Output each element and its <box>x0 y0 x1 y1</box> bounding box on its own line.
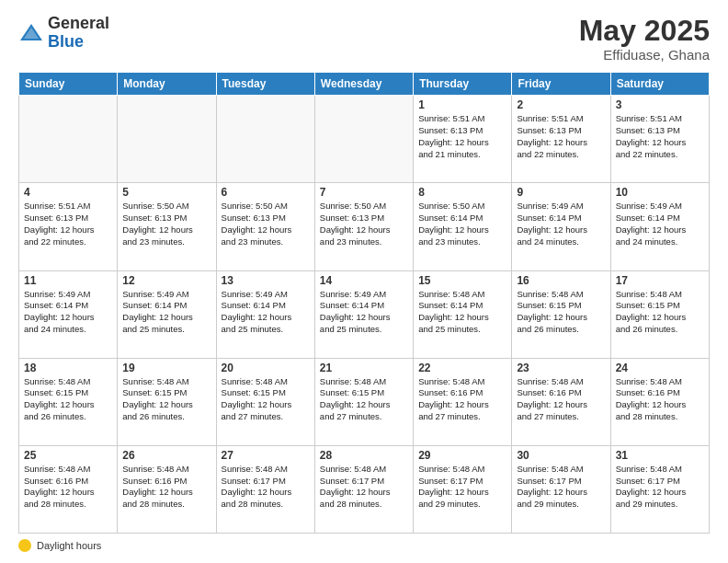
day-number: 27 <box>222 449 310 462</box>
footer: Daylight hours <box>18 539 710 552</box>
day-header-thursday: Thursday <box>414 73 512 96</box>
cell-info: Sunrise: 5:48 AM Sunset: 6:16 PM Dayligh… <box>517 376 605 423</box>
cell-info: Sunrise: 5:51 AM Sunset: 6:13 PM Dayligh… <box>24 201 112 247</box>
cell-info: Sunrise: 5:48 AM Sunset: 6:16 PM Dayligh… <box>122 464 210 511</box>
cell-info: Sunrise: 5:49 AM Sunset: 6:14 PM Dayligh… <box>320 289 408 336</box>
calendar-cell: 30Sunrise: 5:48 AM Sunset: 6:17 PM Dayli… <box>512 445 610 533</box>
calendar-cell: 8Sunrise: 5:50 AM Sunset: 6:14 PM Daylig… <box>414 183 512 270</box>
cell-info: Sunrise: 5:48 AM Sunset: 6:17 PM Dayligh… <box>616 464 704 511</box>
cell-info: Sunrise: 5:50 AM Sunset: 6:13 PM Dayligh… <box>320 201 408 247</box>
cell-info: Sunrise: 5:48 AM Sunset: 6:15 PM Dayligh… <box>616 289 704 336</box>
day-number: 16 <box>517 274 605 287</box>
day-number: 4 <box>24 186 112 199</box>
logo-general: General <box>48 14 109 32</box>
cell-info: Sunrise: 5:48 AM Sunset: 6:15 PM Dayligh… <box>320 376 408 423</box>
day-number: 17 <box>616 274 704 287</box>
cell-info: Sunrise: 5:48 AM Sunset: 6:14 PM Dayligh… <box>418 289 506 336</box>
day-number: 2 <box>517 98 605 111</box>
calendar: SundayMondayTuesdayWednesdayThursdayFrid… <box>18 72 710 534</box>
week-row-1: 1Sunrise: 5:51 AM Sunset: 6:13 PM Daylig… <box>19 96 710 183</box>
calendar-cell: 25Sunrise: 5:48 AM Sunset: 6:16 PM Dayli… <box>19 445 118 533</box>
calendar-cell <box>314 96 413 183</box>
day-number: 6 <box>222 186 310 199</box>
day-number: 11 <box>24 274 112 287</box>
day-number: 25 <box>24 449 112 462</box>
day-header-sunday: Sunday <box>19 73 118 96</box>
calendar-cell: 14Sunrise: 5:49 AM Sunset: 6:14 PM Dayli… <box>314 270 413 358</box>
calendar-cell: 29Sunrise: 5:48 AM Sunset: 6:17 PM Dayli… <box>414 445 512 533</box>
calendar-cell: 26Sunrise: 5:48 AM Sunset: 6:16 PM Dayli… <box>118 445 216 533</box>
day-number: 3 <box>616 98 704 111</box>
day-number: 15 <box>418 274 506 287</box>
cell-info: Sunrise: 5:48 AM Sunset: 6:17 PM Dayligh… <box>418 464 506 511</box>
calendar-cell: 24Sunrise: 5:48 AM Sunset: 6:16 PM Dayli… <box>610 358 709 445</box>
location: Effiduase, Ghana <box>579 47 710 63</box>
day-number: 12 <box>122 274 210 287</box>
calendar-cell: 1Sunrise: 5:51 AM Sunset: 6:13 PM Daylig… <box>414 96 512 183</box>
logo-blue: Blue <box>48 32 84 51</box>
calendar-cell: 10Sunrise: 5:49 AM Sunset: 6:14 PM Dayli… <box>610 183 709 270</box>
day-header-monday: Monday <box>118 73 216 96</box>
cell-info: Sunrise: 5:48 AM Sunset: 6:15 PM Dayligh… <box>122 376 210 423</box>
header-row: SundayMondayTuesdayWednesdayThursdayFrid… <box>19 73 710 96</box>
calendar-cell: 13Sunrise: 5:49 AM Sunset: 6:14 PM Dayli… <box>216 270 314 358</box>
sun-icon <box>18 539 31 552</box>
cell-info: Sunrise: 5:49 AM Sunset: 6:14 PM Dayligh… <box>24 289 112 336</box>
cell-info: Sunrise: 5:48 AM Sunset: 6:16 PM Dayligh… <box>418 376 506 423</box>
day-header-tuesday: Tuesday <box>216 73 314 96</box>
cell-info: Sunrise: 5:48 AM Sunset: 6:17 PM Dayligh… <box>222 464 310 511</box>
cell-info: Sunrise: 5:50 AM Sunset: 6:13 PM Dayligh… <box>222 201 310 247</box>
day-number: 20 <box>222 362 310 374</box>
day-number: 30 <box>517 449 605 462</box>
week-row-2: 4Sunrise: 5:51 AM Sunset: 6:13 PM Daylig… <box>19 183 710 270</box>
cell-info: Sunrise: 5:49 AM Sunset: 6:14 PM Dayligh… <box>616 201 704 247</box>
calendar-table: SundayMondayTuesdayWednesdayThursdayFrid… <box>18 72 710 534</box>
week-row-5: 25Sunrise: 5:48 AM Sunset: 6:16 PM Dayli… <box>19 445 710 533</box>
calendar-cell: 16Sunrise: 5:48 AM Sunset: 6:15 PM Dayli… <box>512 270 610 358</box>
day-number: 18 <box>24 362 112 374</box>
calendar-cell: 3Sunrise: 5:51 AM Sunset: 6:13 PM Daylig… <box>610 96 709 183</box>
day-number: 21 <box>320 362 408 374</box>
cell-info: Sunrise: 5:51 AM Sunset: 6:13 PM Dayligh… <box>616 113 704 160</box>
day-number: 28 <box>320 449 408 462</box>
calendar-cell: 11Sunrise: 5:49 AM Sunset: 6:14 PM Dayli… <box>19 270 118 358</box>
cell-info: Sunrise: 5:48 AM Sunset: 6:15 PM Dayligh… <box>222 376 310 423</box>
cell-info: Sunrise: 5:48 AM Sunset: 6:15 PM Dayligh… <box>517 289 605 336</box>
logo: General Blue <box>18 15 109 52</box>
cell-info: Sunrise: 5:48 AM Sunset: 6:15 PM Dayligh… <box>24 376 112 423</box>
calendar-cell <box>19 96 118 183</box>
cell-info: Sunrise: 5:50 AM Sunset: 6:13 PM Dayligh… <box>122 201 210 247</box>
calendar-cell: 6Sunrise: 5:50 AM Sunset: 6:13 PM Daylig… <box>216 183 314 270</box>
calendar-cell: 12Sunrise: 5:49 AM Sunset: 6:14 PM Dayli… <box>118 270 216 358</box>
cell-info: Sunrise: 5:48 AM Sunset: 6:16 PM Dayligh… <box>24 464 112 511</box>
day-number: 23 <box>517 362 605 374</box>
day-number: 13 <box>222 274 310 287</box>
calendar-cell: 27Sunrise: 5:48 AM Sunset: 6:17 PM Dayli… <box>216 445 314 533</box>
day-number: 26 <box>122 449 210 462</box>
week-row-4: 18Sunrise: 5:48 AM Sunset: 6:15 PM Dayli… <box>19 358 710 445</box>
cell-info: Sunrise: 5:51 AM Sunset: 6:13 PM Dayligh… <box>517 113 605 160</box>
calendar-cell <box>118 96 216 183</box>
header: General Blue May 2025 Effiduase, Ghana <box>18 15 710 63</box>
daylight-label: Daylight hours <box>37 540 101 551</box>
day-number: 7 <box>320 186 408 199</box>
calendar-cell: 20Sunrise: 5:48 AM Sunset: 6:15 PM Dayli… <box>216 358 314 445</box>
day-number: 10 <box>616 186 704 199</box>
cell-info: Sunrise: 5:48 AM Sunset: 6:17 PM Dayligh… <box>320 464 408 511</box>
day-header-wednesday: Wednesday <box>314 73 413 96</box>
title-area: May 2025 Effiduase, Ghana <box>579 15 710 63</box>
day-number: 31 <box>616 449 704 462</box>
calendar-cell: 28Sunrise: 5:48 AM Sunset: 6:17 PM Dayli… <box>314 445 413 533</box>
day-number: 8 <box>418 186 506 199</box>
calendar-cell: 23Sunrise: 5:48 AM Sunset: 6:16 PM Dayli… <box>512 358 610 445</box>
day-number: 14 <box>320 274 408 287</box>
calendar-cell: 19Sunrise: 5:48 AM Sunset: 6:15 PM Dayli… <box>118 358 216 445</box>
cell-info: Sunrise: 5:48 AM Sunset: 6:17 PM Dayligh… <box>517 464 605 511</box>
calendar-cell <box>216 96 314 183</box>
day-number: 29 <box>418 449 506 462</box>
calendar-cell: 17Sunrise: 5:48 AM Sunset: 6:15 PM Dayli… <box>610 270 709 358</box>
day-number: 1 <box>418 98 506 111</box>
calendar-cell: 22Sunrise: 5:48 AM Sunset: 6:16 PM Dayli… <box>414 358 512 445</box>
cell-info: Sunrise: 5:49 AM Sunset: 6:14 PM Dayligh… <box>517 201 605 247</box>
day-number: 9 <box>517 186 605 199</box>
